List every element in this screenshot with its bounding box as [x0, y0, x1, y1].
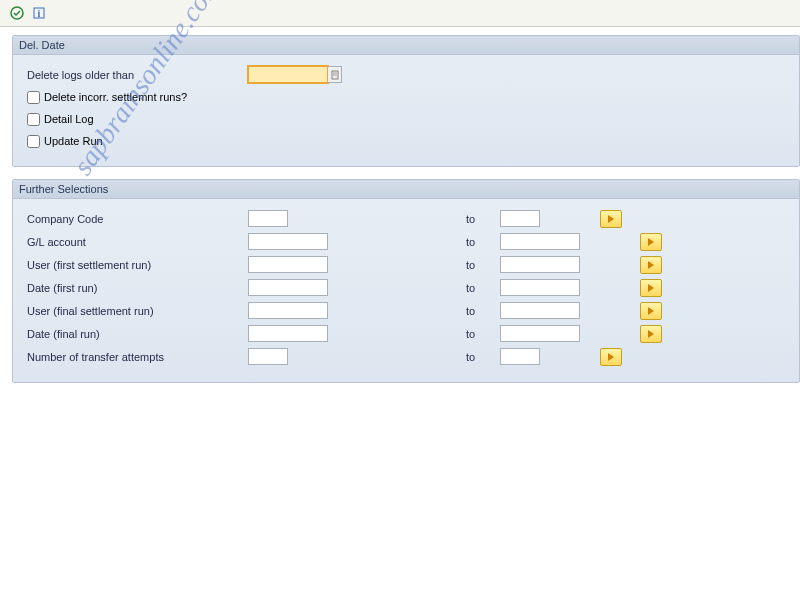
further-selections-header: Further Selections [13, 180, 799, 199]
multi-select-button[interactable] [640, 325, 662, 343]
multi-select-button[interactable] [640, 279, 662, 297]
search-help-icon[interactable] [328, 66, 342, 83]
user-final-to[interactable] [500, 302, 580, 319]
further-selections-panel: Further Selections Company Code to G/L a… [12, 179, 800, 383]
to-label: to [460, 236, 500, 248]
update-run-label: Update Run [44, 135, 103, 147]
date-final-from[interactable] [248, 325, 328, 342]
detail-log-checkbox[interactable] [27, 113, 40, 126]
multi-select-button[interactable] [640, 302, 662, 320]
delete-older-input[interactable] [248, 66, 328, 83]
multi-select-button[interactable] [640, 256, 662, 274]
user-first-label: User (first settlement run) [23, 259, 248, 271]
to-label: to [460, 305, 500, 317]
arrow-right-icon [648, 330, 654, 338]
user-final-from[interactable] [248, 302, 328, 319]
row-company-code: Company Code to [23, 207, 789, 230]
to-label: to [460, 213, 500, 225]
row-gl-account: G/L account to [23, 230, 789, 253]
row-date-first: Date (first run) to [23, 276, 789, 299]
info-icon[interactable]: i [30, 4, 48, 22]
date-first-to[interactable] [500, 279, 580, 296]
arrow-right-icon [608, 215, 614, 223]
date-first-label: Date (first run) [23, 282, 248, 294]
gl-account-from[interactable] [248, 233, 328, 250]
transfer-attempts-from[interactable] [248, 348, 288, 365]
transfer-attempts-to[interactable] [500, 348, 540, 365]
date-final-to[interactable] [500, 325, 580, 342]
arrow-right-icon [648, 261, 654, 269]
user-final-label: User (final settlement run) [23, 305, 248, 317]
svg-text:i: i [38, 8, 41, 19]
delete-incorr-label: Delete incorr. settlemnt runs? [44, 91, 187, 103]
update-run-checkbox[interactable] [27, 135, 40, 148]
arrow-right-icon [648, 307, 654, 315]
row-date-final: Date (final run) to [23, 322, 789, 345]
company-code-label: Company Code [23, 213, 248, 225]
main-area: Del. Date Delete logs older than Delete … [0, 27, 800, 383]
detail-log-label: Detail Log [44, 113, 94, 125]
user-first-to[interactable] [500, 256, 580, 273]
date-final-label: Date (final run) [23, 328, 248, 340]
gl-account-to[interactable] [500, 233, 580, 250]
gl-account-label: G/L account [23, 236, 248, 248]
execute-icon[interactable] [8, 4, 26, 22]
del-date-panel: Del. Date Delete logs older than Delete … [12, 35, 800, 167]
arrow-right-icon [608, 353, 614, 361]
del-date-header: Del. Date [13, 36, 799, 55]
user-first-from[interactable] [248, 256, 328, 273]
date-first-from[interactable] [248, 279, 328, 296]
multi-select-button[interactable] [600, 348, 622, 366]
toolbar: i [0, 0, 800, 27]
delete-incorr-checkbox[interactable] [27, 91, 40, 104]
arrow-right-icon [648, 238, 654, 246]
row-user-first: User (first settlement run) to [23, 253, 789, 276]
arrow-right-icon [648, 284, 654, 292]
company-code-from[interactable] [248, 210, 288, 227]
to-label: to [460, 259, 500, 271]
to-label: to [460, 282, 500, 294]
delete-older-label: Delete logs older than [23, 69, 248, 81]
multi-select-button[interactable] [640, 233, 662, 251]
to-label: to [460, 351, 500, 363]
company-code-to[interactable] [500, 210, 540, 227]
to-label: to [460, 328, 500, 340]
transfer-attempts-label: Number of transfer attempts [23, 351, 248, 363]
row-transfer-attempts: Number of transfer attempts to [23, 345, 789, 368]
multi-select-button[interactable] [600, 210, 622, 228]
row-user-final: User (final settlement run) to [23, 299, 789, 322]
